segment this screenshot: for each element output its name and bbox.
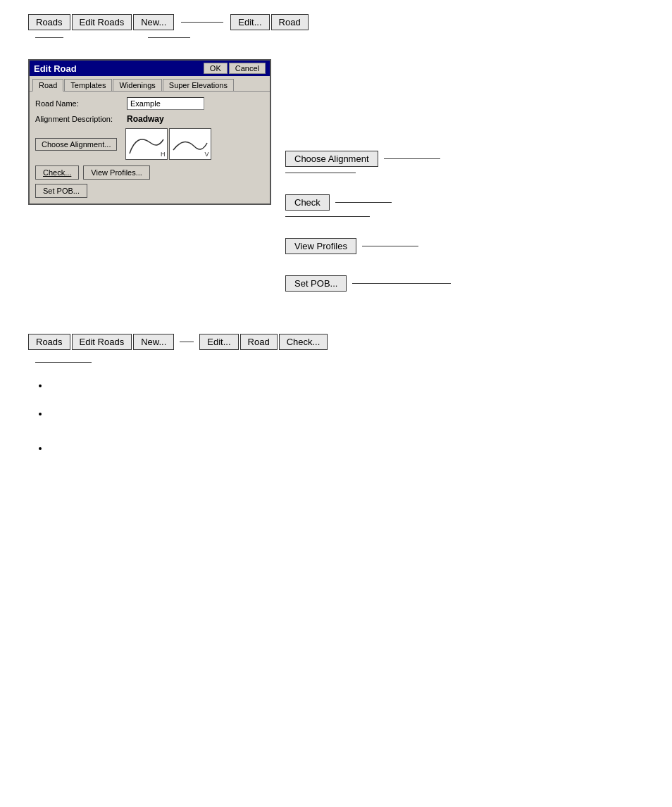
annotation-line-2 (335, 202, 392, 203)
dialog-tabs: Road Templates Widenings Super Elevation… (30, 76, 270, 92)
alignment-desc-value: Roadway (127, 114, 164, 124)
underline2 (148, 37, 190, 38)
toolbar2-edit-roads-btn[interactable]: Edit Roads (72, 334, 132, 350)
view-profiles-btn[interactable]: View Profiles... (83, 165, 150, 180)
tab-widenings[interactable]: Widenings (113, 79, 161, 91)
annotation-set-pob: Set POB... (285, 275, 451, 292)
toolbar1-separator1 (181, 22, 223, 23)
toolbar2-roads-btn[interactable]: Roads (28, 334, 70, 350)
dialog-section: Edit Road OK Cancel Road Templates Widen… (28, 59, 644, 292)
underline1 (35, 37, 63, 38)
annotation-choose-alignment: Choose Alignment (285, 151, 451, 173)
toolbar1-underlines (35, 37, 644, 38)
road-name-label: Road Name: (35, 99, 127, 108)
toolbar1-new-btn[interactable]: New... (133, 14, 174, 30)
bullet-item-1 (49, 379, 644, 393)
v-thumbnail: V (169, 128, 211, 160)
alignment-preview-row: Choose Alignment... H (35, 128, 264, 160)
toolbar2: Roads Edit Roads New... Edit... Road Che… (28, 334, 644, 350)
toolbar1-edit-btn[interactable]: Edit... (230, 14, 269, 30)
annotation-line-4 (352, 283, 451, 284)
annotation-choose-alignment-btn[interactable]: Choose Alignment (285, 151, 378, 167)
toolbar1-roads-btn[interactable]: Roads (28, 14, 70, 30)
dialog-body: Road Name: Alignment Description: Roadwa… (30, 92, 270, 204)
h-label: H (161, 151, 166, 158)
tab-super-elevations[interactable]: Super Elevations (163, 79, 234, 91)
choose-alignment-btn[interactable]: Choose Alignment... (35, 138, 117, 151)
bullet-item-3 (49, 442, 644, 456)
bottom-section: Roads Edit Roads New... Edit... Road Che… (28, 334, 644, 456)
annotation-check: Check (285, 194, 451, 217)
annotation-view-profiles: View Profiles (285, 238, 451, 254)
dialog-ok-btn[interactable]: OK (204, 63, 228, 74)
tab-road[interactable]: Road (32, 79, 63, 92)
page-content: Roads Edit Roads New... Edit... Road Edi… (0, 0, 672, 484)
toolbar2-underline1 (35, 362, 92, 363)
road-name-row: Road Name: (35, 97, 264, 110)
tab-templates[interactable]: Templates (64, 79, 112, 91)
bullet-item-2 (49, 407, 644, 421)
annotation-check-btn[interactable]: Check (285, 194, 330, 211)
road-name-input[interactable] (127, 97, 204, 110)
annotation-underline-1 (285, 173, 356, 173)
v-label: V (204, 151, 209, 158)
edit-road-dialog: Edit Road OK Cancel Road Templates Widen… (28, 59, 271, 205)
alignment-thumbnails: H V (125, 128, 211, 160)
annotation-view-profiles-btn[interactable]: View Profiles (285, 238, 356, 254)
dialog-title: Edit Road (34, 63, 77, 74)
dialog-titlebar: Edit Road OK Cancel (30, 61, 270, 76)
toolbar2-check-btn[interactable]: Check... (279, 334, 328, 350)
check-btn[interactable]: Check... (35, 165, 79, 180)
dialog-titlebar-buttons: OK Cancel (204, 63, 266, 74)
toolbar2-edit-btn[interactable]: Edit... (199, 334, 238, 350)
dialog-cancel-btn[interactable]: Cancel (229, 63, 266, 74)
annotation-set-pob-btn[interactable]: Set POB... (285, 275, 347, 292)
annotation-line-3 (362, 246, 418, 246)
toolbar1: Roads Edit Roads New... Edit... Road (28, 14, 644, 30)
dialog-bottom-buttons-row1: Check... View Profiles... (35, 165, 264, 180)
bullet-list (28, 379, 644, 456)
annotations-area: Choose Alignment Check View Profiles (285, 59, 451, 292)
alignment-desc-row: Alignment Description: Roadway (35, 114, 264, 124)
annotation-underline-2 (285, 216, 370, 217)
toolbar1-road-btn[interactable]: Road (271, 14, 309, 30)
toolbar2-new-btn[interactable]: New... (133, 334, 174, 350)
dialog-bottom-buttons-row2: Set POB... (35, 184, 264, 198)
toolbar2-separator (180, 342, 194, 342)
alignment-desc-label: Alignment Description: (35, 115, 127, 123)
toolbar2-underlines (35, 354, 644, 365)
set-pob-btn[interactable]: Set POB... (35, 184, 87, 198)
toolbar1-edit-roads-btn[interactable]: Edit Roads (72, 14, 132, 30)
annotation-line-1 (384, 158, 440, 159)
h-thumbnail: H (125, 128, 168, 160)
toolbar2-road-btn[interactable]: Road (240, 334, 278, 350)
